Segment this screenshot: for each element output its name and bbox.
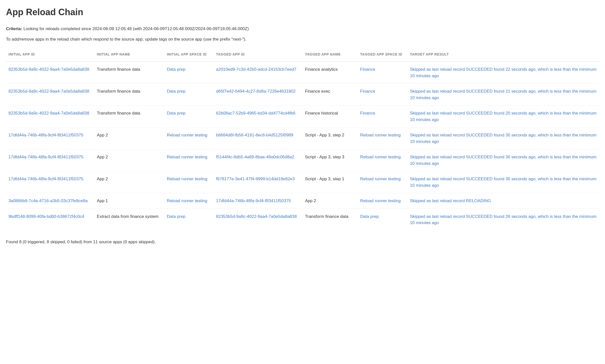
tagged-app-name: Finance exec [302, 84, 358, 106]
initial-app-space-link[interactable]: Reload runner testing [167, 133, 207, 137]
tagged-app-id-link[interactable]: 62b08ac7-52b9-4965-bd34-dd4774cd4fb6 [216, 111, 296, 116]
table-row: 9bdff148-8099-40fa-bd60-b38672f4c0c4Extr… [6, 209, 599, 231]
col-header-initial-app-space-id: INITIAL APP SPACE ID [164, 48, 214, 61]
initial-app-id-link[interactable]: 17dfd44a-746b-48fa-9cf4-f83411f50375 [8, 133, 83, 137]
target-app-result-link[interactable]: Skipped as last reload record SUCCEEDED … [410, 111, 596, 122]
tagged-app-space-link[interactable]: Finance [360, 67, 375, 72]
tagged-app-space-link[interactable]: Reload runner testing [360, 133, 401, 137]
tagged-app-name: Finance historical [302, 106, 358, 127]
initial-app-name: App 2 [94, 127, 164, 149]
description-line: To add/remove apps in the reload chain w… [6, 37, 599, 42]
table-row: 82353b5d-9a9c-4022-9aa4-7a0e5da8a838Tran… [6, 84, 599, 106]
col-header-tagged-app-space-id: TAGGED APP SPACE ID [358, 48, 407, 61]
target-app-result-link[interactable]: Skipped as last reload record SUCCEEDED … [410, 155, 596, 166]
tagged-app-name: Script - App 3, step 2 [302, 127, 358, 149]
table-row: 17dfd44a-746b-48fa-9cf4-f83411f50375App … [6, 127, 599, 149]
table-row: 3a0866b8-7c4e-4716-a3b5-03c37fe9ce8aApp … [6, 193, 599, 209]
initial-app-id-link[interactable]: 9bdff148-8099-40fa-bd60-b38672f4c0c4 [8, 214, 84, 219]
target-app-result-link[interactable]: Skipped as last reload record RELOADING [410, 198, 491, 203]
tagged-app-id-link[interactable]: a2010ed9-7c3d-42b0-adcd-24153cb7eed7 [216, 67, 296, 72]
criteria-text: Looking for reloads completed since 2024… [22, 26, 249, 31]
tagged-app-id-link[interactable]: 82353b5d-9a9c-4022-9aa4-7a0e5da8a838 [216, 214, 297, 219]
tagged-app-name: Script - App 3, step 1 [302, 171, 358, 193]
table-row: 17dfd44a-746b-48fa-9cf4-f83411f50375App … [6, 149, 599, 171]
page-title: App Reload Chain [6, 7, 599, 17]
tagged-app-space-link[interactable]: Finance [360, 111, 375, 116]
target-app-result-link[interactable]: Skipped as last reload record SUCCEEDED … [410, 89, 596, 100]
initial-app-name: Transform finance data [94, 61, 164, 84]
tagged-app-space-link[interactable]: Reload runner testing [360, 177, 401, 181]
table-row: 82353b5d-9a9c-4022-9aa4-7a0e5da8a838Tran… [6, 106, 599, 127]
initial-app-name: App 1 [94, 193, 164, 209]
initial-app-space-link[interactable]: Data prep [167, 67, 185, 72]
target-app-result-link[interactable]: Skipped as last reload record SUCCEEDED … [410, 133, 596, 144]
footer-summary: Found 8 (0 triggered, 8 skipped, 0 faile… [6, 240, 599, 244]
initial-app-space-link[interactable]: Data prep [167, 89, 185, 94]
tagged-app-id-link[interactable]: f5144f4c-8db5-4a89-8bae-49a0dc06d8a2 [216, 155, 294, 159]
tagged-app-space-link[interactable]: Finance [360, 89, 375, 94]
tagged-app-id-link[interactable]: b8684d6f-fb56-4191-8ec6-b4d5125f0989 [216, 133, 293, 137]
tagged-app-id-link[interactable]: 17dfd44a-746b-48fa-9cf4-f83411f50375 [216, 198, 291, 203]
tagged-app-name: App 2 [302, 193, 358, 209]
initial-app-name: App 2 [94, 149, 164, 171]
initial-app-name: App 2 [94, 171, 164, 193]
target-app-result-link[interactable]: Skipped as last reload record SUCCEEDED … [410, 214, 596, 225]
initial-app-id-link[interactable]: 82353b5d-9a9c-4022-9aa4-7a0e5da8a838 [8, 67, 89, 72]
target-app-result-link[interactable]: Skipped as last reload record SUCCEEDED … [410, 177, 596, 188]
criteria-label: Criteria: [6, 26, 22, 31]
col-header-tagged-app-id: TAGGED APP ID [214, 48, 302, 61]
reload-chain-table: INITIAL APP ID INITIAL APP NAME INITIAL … [6, 48, 599, 231]
tagged-app-space-link[interactable]: Data prep [360, 214, 379, 219]
table-row: 17dfd44a-746b-48fa-9cf4-f83411f50375App … [6, 171, 599, 193]
table-row: 82353b5d-9a9c-4022-9aa4-7a0e5da8a838Tran… [6, 61, 599, 84]
tagged-app-space-link[interactable]: Reload runner testing [360, 155, 401, 159]
tagged-app-space-link[interactable]: Reload runner testing [360, 198, 401, 203]
criteria-line: Criteria: Looking for reloads completed … [6, 26, 599, 31]
initial-app-space-link[interactable]: Data prep [167, 214, 185, 219]
initial-app-space-link[interactable]: Reload runner testing [167, 198, 207, 203]
initial-app-name: Extract data from finance system [94, 209, 164, 231]
col-header-initial-app-id: INITIAL APP ID [6, 48, 94, 61]
initial-app-id-link[interactable]: 17dfd44a-746b-48fa-9cf4-f83411f50375 [8, 155, 83, 159]
tagged-app-name: Script - App 3, step 3 [302, 149, 358, 171]
initial-app-name: Transform finance data [94, 106, 164, 127]
target-app-result-link[interactable]: Skipped as last reload record SUCCEEDED … [410, 67, 596, 78]
col-header-tagged-app-name: TAGGED APP NAME [302, 48, 358, 61]
tagged-app-id-link[interactable]: d65f7e42-6494-4c27-8d8a-7226e4631902 [216, 89, 296, 94]
initial-app-id-link[interactable]: 82353b5d-9a9c-4022-9aa4-7a0e5da8a838 [8, 111, 89, 116]
initial-app-id-link[interactable]: 17dfd44a-746b-48fa-9cf4-f83411f50375 [8, 177, 83, 181]
initial-app-space-link[interactable]: Data prep [167, 111, 185, 116]
tagged-app-id-link[interactable]: f678177e-3e41-47f4-9999-b14dd19e82e3 [216, 177, 295, 181]
col-header-target-app-result: TARGET APP RESULT [407, 48, 599, 61]
initial-app-name: Transform finance data [94, 84, 164, 106]
initial-app-id-link[interactable]: 3a0866b8-7c4e-4716-a3b5-03c37fe9ce8a [8, 198, 88, 203]
col-header-initial-app-name: INITIAL APP NAME [94, 48, 164, 61]
tagged-app-name: Finance analytics [302, 61, 358, 84]
tagged-app-name: Transform finance data [302, 209, 358, 231]
initial-app-space-link[interactable]: Reload runner testing [167, 155, 207, 159]
initial-app-space-link[interactable]: Reload runner testing [167, 177, 207, 181]
initial-app-id-link[interactable]: 82353b5d-9a9c-4022-9aa4-7a0e5da8a838 [8, 89, 89, 94]
